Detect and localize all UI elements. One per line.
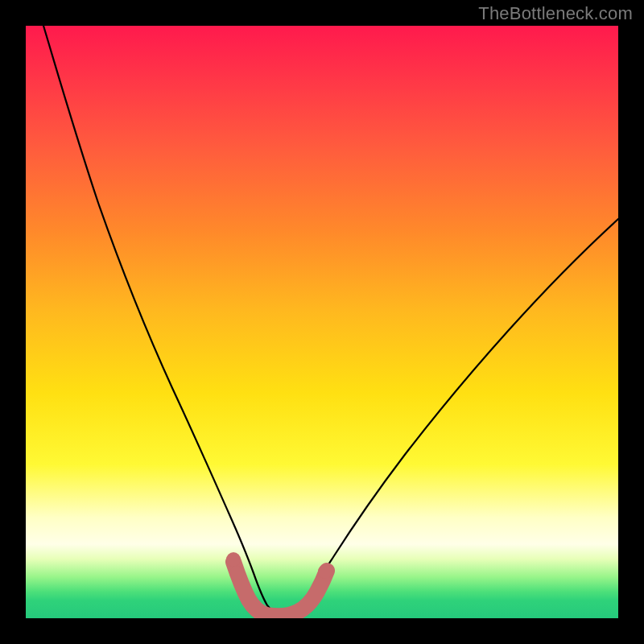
optimal-range-highlight	[233, 562, 327, 616]
highlight-dot	[229, 566, 244, 580]
highlight-dot	[226, 552, 241, 567]
chart-frame: TheBottleneck.com	[0, 0, 644, 644]
watermark-text: TheBottleneck.com	[478, 3, 633, 24]
curve-layer	[26, 26, 618, 618]
highlight-dot	[318, 564, 332, 579]
plot-area	[26, 26, 618, 618]
bottleneck-curve	[43, 26, 618, 614]
